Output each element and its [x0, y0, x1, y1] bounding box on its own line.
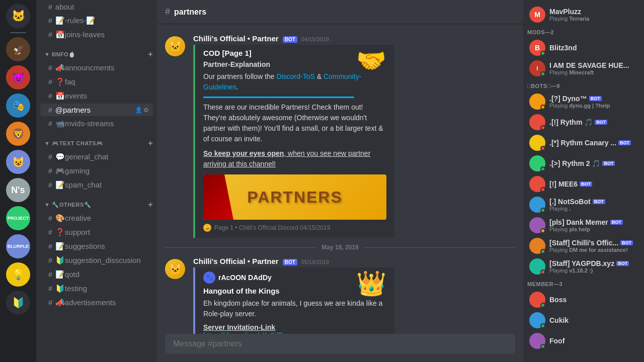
message-header-2: Chilli's Official • Partner BOT 05/18/20… [193, 257, 515, 265]
member-item-mee6[interactable]: [!] MEE6 BOT [525, 174, 642, 194]
channel-label: 📝spam_chat [55, 180, 102, 190]
channel-item-joins[interactable]: # 📅joins-leaves [40, 28, 153, 41]
server-icon-6[interactable]: 😺 [6, 150, 30, 174]
member-avatar-staff-chilli [529, 238, 545, 254]
member-avatar-boss [529, 292, 545, 308]
embed-invite-url[interactable]: https://discord.gg/vXx8jfE [203, 331, 283, 334]
channel-item-general[interactable]: # 💬general_chat [40, 150, 153, 163]
member-item-blitz3nd[interactable]: B Blitz3nd [525, 38, 642, 58]
category-textchats[interactable]: ▼ 🎮Text Chats🎮 + [36, 131, 157, 150]
status-dot [540, 208, 545, 213]
status-dot [540, 125, 545, 130]
server-icon-2[interactable]: 🦅 [6, 37, 30, 61]
server-icon-chilli[interactable]: 🐱 [6, 4, 30, 28]
member-item-notsobot[interactable]: [.] NotSoBot BOT Playing . [525, 195, 642, 215]
channel-item-suggestion-disc[interactable]: # 🔰suggestion_disscusion [40, 254, 153, 267]
server-icon-bulb[interactable]: 💡 [6, 262, 30, 287]
member-item-cukik[interactable]: Cukik [525, 310, 642, 330]
channel-item-spam[interactable]: # 📝spam_chat [40, 178, 153, 192]
member-info-foof: Foof [549, 337, 638, 345]
member-status-yagpdb: Playing v1.18.2 :) [549, 267, 638, 274]
channel-item-testing[interactable]: # 🔰testing [40, 282, 153, 295]
hash-icon: # [48, 3, 52, 11]
member-avatar-foof [529, 333, 545, 349]
member-item-foof[interactable]: Foof [525, 331, 642, 351]
hash-icon-rules: # [48, 17, 52, 25]
channel-item-partners[interactable]: # @partners 👤 ⚙ [40, 104, 153, 116]
server-icon-shield[interactable]: 🔰 [6, 291, 30, 315]
channel-label: 📹mvids-streams [55, 119, 114, 128]
channel-item-creative[interactable]: # 🎨creative [40, 212, 153, 225]
category-label-text: 🎮Text Chats🎮 [52, 140, 103, 147]
channel-item-ads[interactable]: # 📣advertisements [40, 296, 153, 309]
channel-item-mvids[interactable]: # 📹mvids-streams [40, 117, 153, 130]
channel-item-faq[interactable]: # ❓faq [40, 75, 153, 88]
member-status-dyno: Playing dyno.gg | ?help [549, 103, 638, 109]
channel-item-suggestions[interactable]: # 📝suggestions [40, 240, 153, 253]
channel-item-support[interactable]: # ❓support [40, 226, 153, 239]
bot-tag: BOT [620, 240, 633, 245]
channel-item-gaming[interactable]: # 🎮gaming [40, 164, 153, 177]
embed-footer-avatar-1: 🐱 [203, 224, 211, 232]
member-name-dyno: .[?] Dyno™ [549, 95, 587, 103]
status-dot [540, 105, 545, 110]
embed-description-1: Our partners follow the Discord-ToS & Co… [203, 71, 386, 93]
member-item-dankmemer[interactable]: [pls] Dank Memer BOT Playing pls help [525, 215, 642, 235]
channel-item-rules[interactable]: # 📝-rules-📝 [40, 14, 153, 27]
member-item-dyno[interactable]: .[?] Dyno™ BOT Playing dyno.gg | ?help [525, 92, 642, 112]
member-info-cukik: Cukik [549, 316, 638, 324]
partner-avatar: 🐾 [203, 272, 215, 284]
add-channel-others[interactable]: + [148, 200, 153, 209]
add-member-icon[interactable]: 👤 [135, 107, 142, 114]
chat-input[interactable] [173, 339, 507, 348]
partners-text: PARTNERS [247, 188, 343, 207]
embed-footer-text-1: Page 1 • Chilli's Official Discord 04/15… [214, 224, 330, 231]
server-icon-n[interactable]: N's [6, 178, 30, 202]
member-name-foof: Foof [549, 337, 565, 345]
member-name-cukik: Cukik [549, 316, 569, 324]
hash-icon: # [48, 242, 52, 250]
settings-icon[interactable]: ⚙ [143, 107, 149, 114]
category-arrow-info: ▼ [44, 51, 50, 57]
member-name-rythm1: .[!] Rythm 🎵 [549, 118, 593, 126]
channel-label-about: about [55, 3, 74, 11]
server-icon-5[interactable]: 🦁 [6, 122, 30, 146]
discord-tos-link[interactable]: Discord-ToS [277, 72, 315, 80]
partners-banner: PARTNERS [203, 174, 386, 220]
channel-item-about[interactable]: # about [40, 1, 153, 13]
member-item-boss[interactable]: Boss [525, 290, 642, 310]
status-dot [540, 71, 545, 76]
category-info[interactable]: ▼ ℹInfo🍵 + [36, 42, 157, 61]
channel-label-rules: 📝-rules-📝 [55, 16, 96, 25]
server-divider [10, 32, 26, 33]
member-item-rythm2[interactable]: .[>] Rythm 2 🎵 BOT [525, 153, 642, 173]
member-info-mee6: [!] MEE6 BOT [549, 180, 638, 188]
member-item-rythm1[interactable]: .[!] Rythm 🎵 BOT [525, 112, 642, 132]
channel-label: 📝qotd [55, 270, 79, 279]
category-others[interactable]: ▼ 🔧Others🔧 + [36, 192, 157, 211]
member-item-savage[interactable]: I I AM DE SAVAGE HUE... Playing Minecraf… [525, 58, 642, 78]
section-label-members: MEMBER—3 [523, 277, 644, 289]
channel-item-events[interactable]: # 📅events [40, 89, 153, 103]
channel-label: ❓support [55, 228, 90, 237]
channel-item-announcments[interactable]: # 📣announcments [40, 61, 153, 74]
add-channel-info[interactable]: + [148, 50, 153, 59]
channel-label-partners: @partners [55, 106, 91, 114]
channel-item-qotd[interactable]: # 📝qotd [40, 268, 153, 281]
member-avatar-rythm-canary [529, 135, 545, 151]
member-item-staff-chilli[interactable]: [Staff] Chilli's Offic... BOT Playing DM… [525, 236, 642, 256]
member-status-staff-chilli: Playing DM me for assistance! [549, 247, 638, 253]
member-status-savage: Playing Minecraft [549, 69, 638, 75]
server-icon-4[interactable]: 🎭 [6, 94, 30, 118]
channel-actions: 👤 ⚙ [135, 107, 149, 114]
member-avatar-rythm1 [529, 114, 545, 130]
member-info-notsobot: [.] NotSoBot BOT Playing . [549, 198, 638, 212]
member-item-mavpluzz[interactable]: M MavPluzz Playing Terraria [525, 5, 642, 25]
server-icon-blurple[interactable]: BLURPLE [6, 234, 30, 258]
server-icon-project[interactable]: PROJECT [6, 206, 30, 230]
add-channel-text[interactable]: + [148, 139, 153, 148]
member-item-rythm-canary[interactable]: .[*] Rythm Canary ... BOT [525, 133, 642, 153]
chat-messages: 🐱 Chilli's Official • Partner BOT 04/15/… [157, 24, 523, 334]
member-item-yagpdb[interactable]: [Staff] YAGPDB.xyz BOT Playing v1.18.2 :… [525, 256, 642, 277]
server-icon-3[interactable]: 😈 [6, 65, 30, 89]
